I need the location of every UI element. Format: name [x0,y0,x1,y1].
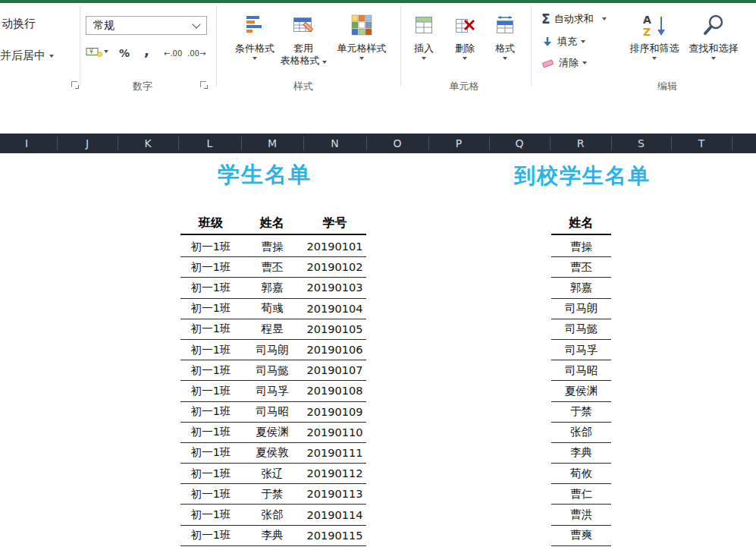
cell[interactable]: 初一1班 [180,322,241,336]
cell[interactable]: 初一1班 [180,343,241,357]
cell[interactable]: 曹丕 [241,260,303,275]
clear-button[interactable]: 清除 [541,56,587,70]
cell[interactable]: 初一1班 [180,404,241,419]
cell[interactable]: 20190107 [303,364,366,376]
cell[interactable]: 初一1班 [180,363,241,378]
cell[interactable]: 夏侯渊 [551,384,611,398]
cell[interactable]: 司马昭 [241,404,303,419]
insert-cells-button[interactable]: 插入 [403,8,444,60]
left-title-cell[interactable]: 学生名单 [180,160,349,190]
cell[interactable]: 20190108 [303,385,366,397]
column-header-S[interactable]: S [611,134,671,153]
cell[interactable]: 20190113 [303,488,366,500]
cell[interactable]: 李典 [241,528,303,542]
cell[interactable]: 20190114 [303,509,366,521]
cell[interactable]: 郭嘉 [241,281,303,295]
cell[interactable]: 荀彧 [241,301,303,316]
number-dialog-launcher-icon[interactable] [200,81,209,90]
column-header-I[interactable]: I [0,134,57,153]
alignment-dialog-launcher-icon[interactable] [71,81,80,90]
number-format-select[interactable]: 常规 [86,16,207,35]
find-select-button[interactable]: 查找和选择 [685,8,742,60]
cell[interactable]: 20190106 [303,344,366,356]
right-title-cell[interactable]: 到校学生名单 [499,162,666,190]
cell[interactable]: 初一1班 [180,260,241,275]
cell[interactable]: 20190104 [303,303,366,315]
column-header-P[interactable]: P [428,134,489,153]
cell[interactable]: 初一1班 [180,487,241,501]
cell[interactable]: 20190115 [303,530,366,542]
column-header-M[interactable]: M [241,134,303,153]
cell[interactable]: 曹仁 [551,487,611,501]
cell[interactable]: 曹洪 [551,508,611,522]
cell[interactable]: 初一1班 [180,281,241,295]
cell[interactable]: 司马懿 [551,322,611,336]
sort-filter-button[interactable]: A Z 排序和筛选 [626,8,683,60]
cell[interactable]: 初一1班 [180,528,241,542]
column-header-J[interactable]: J [57,134,118,153]
cell[interactable]: 荀攸 [551,467,611,481]
cell[interactable]: 张郃 [551,425,611,439]
cell[interactable]: 20190105 [303,323,366,335]
cell[interactable]: 20190112 [303,467,366,479]
cell[interactable]: 初一1班 [180,467,241,481]
column-header-R[interactable]: R [550,134,611,153]
column-header-N[interactable]: N [303,134,366,153]
cell[interactable]: 夏侯渊 [241,425,303,439]
cell[interactable]: 司马昭 [551,363,611,378]
format-cells-button[interactable]: 格式 [485,8,525,60]
cell[interactable]: 20190111 [303,447,366,459]
cell[interactable]: 初一1班 [180,445,241,460]
cell[interactable]: 曹操 [551,240,611,254]
cell[interactable]: 司马孚 [241,384,303,398]
cell[interactable]: 20190101 [303,240,366,253]
column-header-T[interactable]: T [671,134,732,153]
cell[interactable]: 程昱 [241,322,303,336]
cell[interactable]: 初一1班 [180,301,241,316]
percent-style-button[interactable]: % [119,47,130,59]
decrease-decimal-button[interactable]: .00→ [187,49,205,58]
cell[interactable]: 曹丕 [551,260,611,275]
cell[interactable]: 司马朗 [241,343,303,357]
header-cell-class[interactable]: 班级 [180,215,241,234]
cell[interactable]: 夏侯敦 [241,445,303,460]
cell[interactable]: 司马朗 [551,301,611,316]
increase-decimal-button[interactable]: ←.00 [164,49,182,58]
delete-cells-button[interactable]: 删除 [444,8,485,60]
accounting-format-button[interactable]: ¥ [86,46,108,58]
cell[interactable]: 初一1班 [180,240,241,254]
comma-style-button[interactable]: , [144,42,149,58]
cell-styles-button[interactable]: 单元格样式 [334,8,390,60]
cell[interactable]: 20190110 [303,426,366,439]
cell[interactable]: 20190109 [303,406,366,418]
cell[interactable]: 初一1班 [180,384,241,398]
cell[interactable]: 司马懿 [241,363,303,378]
cell[interactable]: 曹爽 [551,528,611,542]
header-cell-student-id[interactable]: 学号 [303,215,366,234]
fill-button[interactable]: 填充 [541,35,585,49]
column-header-L[interactable]: L [178,134,241,153]
column-header-K[interactable]: K [118,134,178,153]
worksheet[interactable]: 学生名单 到校学生名单 班级 姓名 学号 初一1班曹操20190101初一1班曹… [0,153,756,547]
cell[interactable]: 曹操 [241,240,303,254]
cell[interactable]: 20190103 [303,281,366,294]
cell[interactable]: 司马孚 [551,343,611,357]
header-cell-name[interactable]: 姓名 [551,215,611,234]
format-as-table-button[interactable]: 套用 表格格式 [275,8,331,67]
cell[interactable]: 初一1班 [180,508,241,522]
column-header-O[interactable]: O [366,134,428,153]
cell[interactable]: 20190102 [303,261,366,273]
cell[interactable]: 于禁 [551,404,611,419]
autosum-button[interactable]: Σ 自动求和 [541,12,607,26]
column-header-Q[interactable]: Q [489,134,550,153]
cell[interactable]: 张辽 [241,467,303,481]
conditional-formatting-button[interactable]: 条件格式 [227,8,282,60]
cell[interactable]: 于禁 [241,487,303,501]
merge-center-button[interactable]: 并后居中 [0,49,54,63]
cell[interactable]: 郭嘉 [551,281,611,295]
wrap-text-button[interactable]: 动换行 [2,17,36,31]
cell[interactable]: 初一1班 [180,425,241,439]
cell[interactable]: 张郃 [241,508,303,522]
cell[interactable]: 李典 [551,445,611,460]
header-cell-name[interactable]: 姓名 [241,215,303,234]
